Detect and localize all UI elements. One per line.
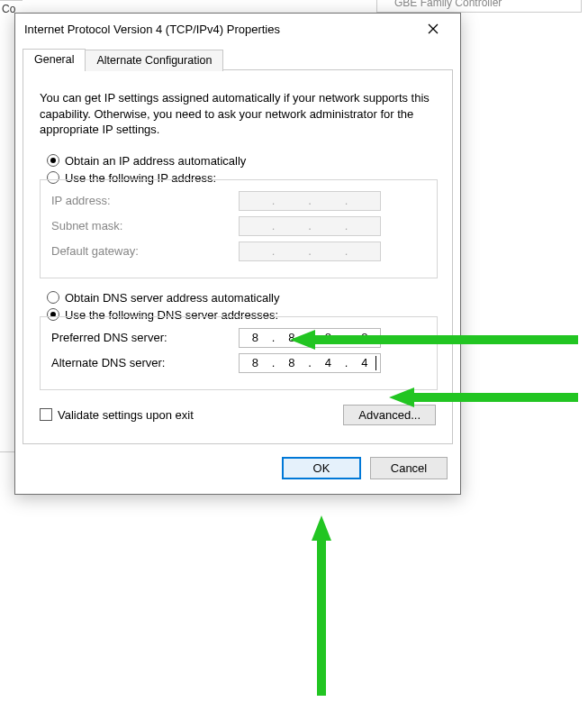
field-alternate-dns: Alternate DNS server: 8. 8. 4. 4 <box>51 353 426 373</box>
subnet-mask-label: Subnet mask: <box>51 219 239 232</box>
radio-ip-auto-label: Obtain an IP address automatically <box>65 154 246 168</box>
bgtext: GBE Family Controller <box>394 0 502 9</box>
alternate-dns-label: Alternate DNS server: <box>51 356 239 369</box>
tab-general[interactable]: General <box>23 49 86 70</box>
advanced-button[interactable]: Advanced... <box>343 405 436 425</box>
ip-address-input: ... <box>239 191 381 211</box>
tab-alternate-configuration[interactable]: Alternate Configuration <box>85 50 223 71</box>
radio-icon <box>47 154 59 167</box>
dialog-button-row: OK Cancel <box>15 444 460 494</box>
dialog-title: Internet Protocol Version 4 (TCP/IPv4) P… <box>24 23 413 36</box>
preferred-dns-label: Preferred DNS server: <box>51 331 239 344</box>
default-gateway-label: Default gateway: <box>51 244 239 258</box>
ip-octet[interactable]: 8 <box>312 329 344 347</box>
default-gateway-input: ... <box>239 242 381 261</box>
ok-button[interactable]: OK <box>282 457 361 479</box>
cancel-button[interactable]: Cancel <box>370 457 448 479</box>
close-icon <box>428 23 439 34</box>
annotation-arrow-icon <box>310 515 333 696</box>
field-preferred-dns: Preferred DNS server: 8. 8. 8. 8 <box>51 328 426 348</box>
ip-fields-group: IP address: ... Subnet mask: ... Default… <box>40 179 438 278</box>
ip-octet[interactable]: 4 <box>312 354 344 372</box>
dns-fields-group: Preferred DNS server: 8. 8. 8. 8 Alterna… <box>40 316 438 390</box>
subnet-mask-input: ... <box>239 216 381 236</box>
radio-ip-auto[interactable]: Obtain an IP address automatically <box>47 154 438 168</box>
radio-dns-auto-label: Obtain DNS server address automatically <box>65 291 279 305</box>
radio-icon <box>47 291 59 304</box>
close-button[interactable] <box>413 16 453 41</box>
ipv4-properties-dialog: Internet Protocol Version 4 (TCP/IPv4) P… <box>14 13 461 495</box>
alternate-dns-input[interactable]: 8. 8. 4. 4 <box>239 353 381 373</box>
preferred-dns-input[interactable]: 8. 8. 8. 8 <box>239 328 381 348</box>
validate-label: Validate settings upon exit <box>58 408 194 422</box>
ip-octet[interactable]: 8 <box>240 329 271 347</box>
ip-octet[interactable]: 4 <box>349 354 381 372</box>
titlebar: Internet Protocol Version 4 (TCP/IPv4) P… <box>15 14 460 44</box>
field-ip-address: IP address: ... <box>51 191 426 211</box>
radio-dns-auto[interactable]: Obtain DNS server address automatically <box>47 291 438 305</box>
ip-octet[interactable]: 8 <box>276 329 308 347</box>
ip-octet[interactable]: 8 <box>349 329 381 347</box>
tab-strip: General Alternate Configuration <box>23 48 453 70</box>
ip-octet[interactable]: 8 <box>276 354 308 372</box>
intro-text: You can get IP settings assigned automat… <box>40 90 436 138</box>
field-default-gateway: Default gateway: ... <box>51 242 426 261</box>
ip-address-label: IP address: <box>51 194 239 207</box>
ip-octet[interactable]: 8 <box>240 354 271 372</box>
validate-checkbox[interactable] <box>40 408 52 421</box>
svg-marker-2 <box>312 515 331 696</box>
field-subnet-mask: Subnet mask: ... <box>51 216 426 236</box>
tab-body-general: You can get IP settings assigned automat… <box>23 70 453 444</box>
